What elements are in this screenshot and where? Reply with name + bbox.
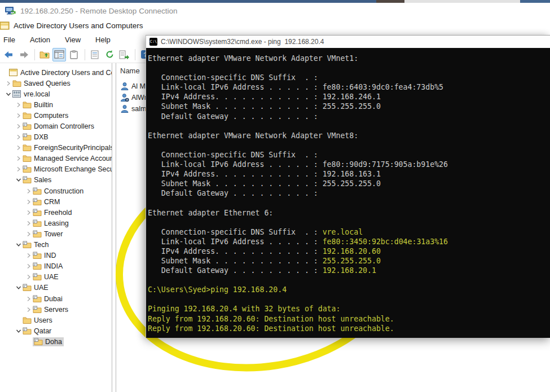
tree-item-construction[interactable]: Construction	[0, 186, 112, 196]
tree-item-body[interactable]: Qatar	[23, 327, 51, 335]
up-one-level-icon[interactable]	[38, 48, 51, 61]
tree-item-body[interactable]: ForeignSecurityPrincipals	[23, 144, 112, 152]
properties-icon[interactable]	[88, 48, 102, 61]
tree-item-tower[interactable]: Tower	[0, 228, 112, 239]
pane-splitter[interactable]	[113, 63, 116, 392]
tree-item-body[interactable]: DXB	[23, 133, 49, 141]
tree-item-body[interactable]: IND	[33, 252, 56, 259]
tree-item-body[interactable]: Construction	[33, 187, 83, 195]
forward-icon[interactable]	[17, 48, 30, 61]
expand-chevron-icon[interactable]	[15, 122, 23, 130]
expand-chevron-icon[interactable]	[15, 101, 23, 109]
tree-item-body[interactable]: vre.local	[12, 90, 50, 98]
collapse-chevron-icon[interactable]	[15, 176, 23, 184]
ou-icon	[33, 187, 42, 195]
tree-item-body[interactable]: Users	[23, 316, 52, 324]
tree-item-dxb[interactable]: DXB	[0, 132, 112, 143]
tree-item-body[interactable]: Tower	[33, 230, 63, 238]
tree-item-body[interactable]: INDIA	[33, 262, 63, 270]
tree-item-body[interactable]: Freehold	[33, 209, 72, 217]
expand-chevron-icon[interactable]	[25, 198, 33, 206]
clipboard-icon[interactable]	[67, 48, 81, 61]
expand-chevron-icon[interactable]	[15, 112, 23, 120]
tree-item-crm[interactable]: CRM	[0, 196, 112, 207]
tree-item-body[interactable]: Builtin	[23, 101, 53, 109]
expand-chevron-icon[interactable]	[25, 273, 33, 281]
expand-chevron-icon[interactable]	[25, 219, 33, 227]
tree-item-managed-service-accoun[interactable]: Managed Service Accoun	[0, 153, 112, 164]
expand-chevron-icon[interactable]	[25, 187, 33, 195]
tree-item-vre-local[interactable]: vre.local	[0, 89, 112, 99]
menu-view[interactable]: View	[61, 34, 87, 46]
cmd-title-bar[interactable]: C:\ C:\WINDOWS\system32\cmd.exe - ping 1…	[146, 36, 550, 48]
expand-chevron-icon[interactable]	[25, 230, 33, 238]
tree-item-body[interactable]: Dubai	[33, 295, 63, 303]
folder-icon	[12, 80, 21, 87]
cmd-console-output[interactable]: Ethernet adapter VMware Network Adapter …	[146, 48, 550, 338]
menu-action[interactable]: Action	[27, 34, 57, 46]
tree-item-ind[interactable]: IND	[0, 250, 112, 261]
expand-chevron-icon[interactable]	[25, 252, 33, 259]
tree-item-domain-controllers[interactable]: Domain Controllers	[0, 121, 112, 131]
tree-item-body[interactable]: Leasing	[33, 219, 69, 227]
tree-item-active-directory-users-and-comp[interactable]: Active Directory Users and Comp	[0, 67, 112, 78]
cmd-output-line: Connection-specific DNS Suffix . : vre.l…	[148, 227, 550, 237]
tree-item-saved-queries[interactable]: Saved Queries	[0, 78, 112, 89]
tree-item-body[interactable]: Servers	[33, 306, 68, 314]
tree-item-computers[interactable]: Computers	[0, 110, 112, 121]
tree-item-doha[interactable]: Doha	[0, 336, 112, 347]
tree-item-body[interactable]: Managed Service Accoun	[23, 155, 112, 162]
tree-item-india[interactable]: INDIA	[0, 261, 112, 272]
tree-item-servers[interactable]: Servers	[0, 304, 112, 315]
no-chevron	[1, 69, 9, 77]
tree-item-body[interactable]: Active Directory Users and Comp	[9, 69, 112, 77]
tree-item-body[interactable]: Computers	[23, 112, 68, 120]
collapse-chevron-icon[interactable]	[15, 284, 23, 292]
tree-item-qatar[interactable]: Qatar	[0, 325, 112, 336]
tree-item-uae[interactable]: UAE	[0, 272, 112, 283]
expand-chevron-icon[interactable]	[25, 306, 33, 314]
tree-item-microsoft-exchange-secu[interactable]: Microsoft Exchange Secu	[0, 164, 112, 175]
expand-chevron-icon[interactable]	[15, 133, 23, 141]
expand-chevron-icon[interactable]	[5, 80, 12, 87]
folder-icon	[23, 101, 32, 109]
tree-item-body[interactable]: CRM	[33, 198, 60, 206]
tree-item-leasing[interactable]: Leasing	[0, 218, 112, 228]
tree-item-body[interactable]: UAE	[23, 284, 49, 292]
expand-chevron-icon[interactable]	[25, 262, 33, 270]
folder-icon	[23, 155, 32, 162]
tree-item-selected[interactable]: Doha	[33, 337, 64, 346]
expand-chevron-icon[interactable]	[15, 165, 23, 173]
show-console-tree-icon[interactable]	[52, 48, 66, 61]
collapse-chevron-icon[interactable]	[5, 90, 12, 98]
menu-file[interactable]: File	[0, 34, 22, 46]
tree-item-body[interactable]: Microsoft Exchange Secu	[23, 165, 112, 173]
tree-item-uae[interactable]: UAE	[0, 283, 112, 293]
cmd-output-line	[148, 121, 550, 131]
tree-item-dubai[interactable]: Dubai	[0, 293, 112, 304]
expand-chevron-icon[interactable]	[15, 155, 23, 162]
tree-item-body[interactable]: UAE	[33, 273, 59, 281]
export-list-icon[interactable]	[117, 48, 131, 61]
tree-item-sales[interactable]: Sales	[0, 175, 112, 186]
tree-item-tech[interactable]: Tech	[0, 240, 112, 250]
collapse-chevron-icon[interactable]	[15, 241, 23, 249]
back-icon[interactable]	[2, 48, 16, 61]
expand-chevron-icon[interactable]	[25, 295, 33, 303]
expand-chevron-icon[interactable]	[25, 209, 33, 217]
tree-item-label: Doha	[45, 338, 62, 346]
tree-item-body[interactable]: Sales	[23, 176, 51, 184]
tree-item-foreignsecurityprincipals[interactable]: ForeignSecurityPrincipals	[0, 143, 112, 153]
tree-item-builtin[interactable]: Builtin	[0, 99, 112, 110]
collapse-chevron-icon[interactable]	[15, 327, 23, 335]
menu-help[interactable]: Help	[92, 34, 117, 46]
root-icon	[9, 69, 18, 77]
tree-item-body[interactable]: Domain Controllers	[23, 122, 94, 130]
expand-chevron-icon[interactable]	[15, 144, 23, 152]
refresh-icon[interactable]	[103, 48, 116, 61]
tree-item-freehold[interactable]: Freehold	[0, 207, 112, 218]
tree-item-users[interactable]: Users	[0, 315, 112, 325]
tree-item-label: Active Directory Users and Comp	[20, 69, 112, 77]
tree-item-body[interactable]: Tech	[23, 241, 49, 249]
tree-item-body[interactable]: Saved Queries	[12, 80, 71, 87]
